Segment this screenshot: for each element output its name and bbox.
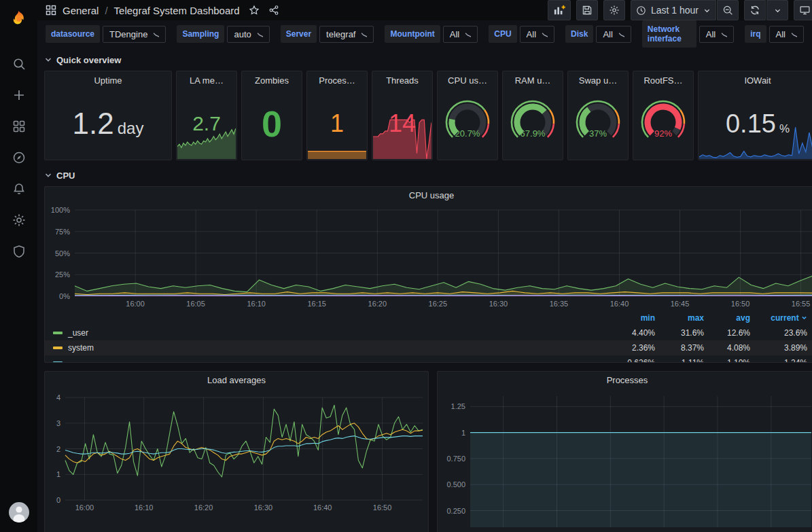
svg-text:16:00: 16:00 [126, 300, 145, 308]
legend-sort-max[interactable]: max [655, 313, 704, 323]
panel-title[interactable]: CPU usage [45, 187, 812, 205]
legend-sort-min[interactable]: min [606, 313, 655, 323]
time-range-picker[interactable]: Last 1 hour [631, 0, 716, 20]
alerting-bell-icon[interactable] [12, 181, 27, 196]
svg-text:16:30: 16:30 [489, 300, 508, 308]
stat-panel-zombies: Zombies0 [241, 71, 302, 160]
svg-text:1: 1 [461, 429, 465, 437]
legend-value-min: 0.626% [606, 358, 655, 363]
panel-title[interactable]: Processes [438, 372, 812, 389]
stat-panel-title[interactable]: CPU us… [438, 71, 497, 88]
variable-label-sampling[interactable]: Sampling [177, 25, 224, 43]
search-icon[interactable] [12, 56, 27, 71]
dashboard-settings-button[interactable] [603, 0, 625, 20]
stat-panel-title[interactable]: Proces… [307, 71, 367, 88]
stat-body: 14 [372, 88, 432, 160]
legend-header-row: minmaxavgcurrent [45, 311, 812, 325]
legend-color-swatch [53, 361, 63, 363]
time-controls: Last 1 hour [631, 0, 739, 20]
legend-value-avg: 12.6% [704, 328, 750, 338]
configuration-gear-icon[interactable] [12, 213, 27, 228]
stat-panel-title[interactable]: RootFS… [633, 71, 693, 88]
variable-label-datasource[interactable]: datasource [46, 25, 100, 43]
stat-body: 1 [307, 88, 367, 160]
variable-value-disk[interactable]: All [596, 26, 631, 43]
legend-sort-current[interactable]: current [750, 313, 807, 323]
cycle-view-mode-button[interactable] [794, 0, 812, 20]
variable-value-sampling[interactable]: auto [227, 26, 269, 43]
variable-value-cpu[interactable]: All [520, 26, 554, 43]
stat-body: 92% [633, 88, 693, 160]
stat-body: 67.9% [503, 88, 563, 160]
cpu-usage-chart[interactable]: 0%25%50%75%100%16:0016:0516:1016:1516:20… [45, 205, 812, 311]
variable-value-mountpoint[interactable]: All [443, 26, 478, 43]
stat-panel-cpu-us: CPU us…20.7% [437, 71, 498, 160]
gauge-ram-u: 67.9% [506, 100, 560, 147]
zoom-out-time-button[interactable] [717, 0, 739, 20]
legend-sort-avg[interactable]: avg [704, 313, 750, 323]
stat-value: 14 [389, 109, 416, 138]
stat-panel-title[interactable]: Zombies [242, 71, 302, 88]
stat-panel-title[interactable]: RAM u… [503, 71, 563, 88]
legend-color-swatch [53, 332, 63, 334]
save-dashboard-button[interactable] [576, 0, 598, 20]
processes-chart[interactable]: 0.2500.5000.75011.25 [438, 389, 812, 529]
variable-disk: DiskAll [565, 25, 631, 43]
legend-series-toggle[interactable] [53, 361, 606, 363]
variable-label-cpu[interactable]: CPU [489, 25, 516, 43]
variable-label-server[interactable]: Server [281, 25, 317, 43]
svg-text:16:30: 16:30 [254, 503, 273, 512]
clock-icon [636, 5, 646, 16]
row-header-quick-overview[interactable]: Quick overview [44, 52, 812, 68]
explore-compass-icon[interactable] [12, 150, 27, 165]
variable-value-irq[interactable]: All [769, 26, 804, 43]
stat-panel-title[interactable]: LA me… [177, 71, 236, 88]
user-avatar[interactable] [9, 502, 29, 522]
panel-processes: Processes 0.2500.5000.75011.25 [437, 371, 812, 532]
sidebar [0, 0, 37, 532]
variable-label-disk[interactable]: Disk [565, 25, 593, 43]
svg-text:0.750: 0.750 [446, 455, 465, 463]
svg-text:16:00: 16:00 [75, 503, 94, 512]
breadcrumb-separator: / [105, 5, 107, 16]
admin-shield-icon[interactable] [12, 244, 27, 259]
stat-value: 0 [262, 103, 282, 145]
dashboards-icon[interactable] [12, 119, 27, 134]
svg-text:100%: 100% [51, 206, 70, 214]
refresh-button[interactable] [744, 0, 766, 20]
svg-text:16:40: 16:40 [610, 300, 629, 308]
variable-label-mountpoint[interactable]: Mountpoint [385, 25, 440, 43]
row-header-cpu[interactable]: CPU [44, 167, 812, 183]
variable-value-server[interactable]: telegraf [319, 26, 374, 43]
dashboard-title[interactable]: Telegraf System Dashboard [114, 5, 240, 16]
share-icon[interactable] [268, 5, 279, 16]
stat-body: 20.7% [438, 88, 497, 160]
svg-text:20.7%: 20.7% [455, 128, 480, 139]
stat-panel-title[interactable]: Threads [372, 71, 432, 88]
variable-label-irq[interactable]: irq [745, 25, 766, 43]
svg-text:25%: 25% [55, 270, 70, 279]
legend-row-clipped: 0.626%1.11%1.10%1.24% [45, 355, 812, 363]
panel-title[interactable]: Load averages [45, 372, 428, 389]
breadcrumb-section[interactable]: General [63, 5, 99, 16]
svg-text:50%: 50% [55, 249, 70, 258]
refresh-interval-dropdown[interactable] [766, 0, 788, 20]
variable-value-datasource[interactable]: TDengine [103, 26, 166, 43]
legend-series-toggle[interactable]: system [53, 343, 606, 353]
create-plus-icon[interactable] [12, 88, 27, 103]
stat-panel-title[interactable]: Uptime [45, 71, 171, 88]
stat-panel-title[interactable]: Swap u… [568, 71, 628, 88]
stat-value: 2.7 [192, 112, 221, 135]
variable-value-network-interface[interactable]: All [699, 26, 734, 43]
load-averages-chart[interactable]: 0123416:0016:1016:2016:3016:4016:50 [45, 389, 428, 514]
grafana-logo-icon[interactable] [0, 0, 37, 37]
add-panel-button[interactable] [548, 0, 571, 20]
legend-series-toggle[interactable]: _user [53, 328, 606, 338]
variable-label-network-interface[interactable]: Network interface [642, 20, 696, 48]
stat-panel-title[interactable]: IOWait [699, 71, 812, 88]
star-icon[interactable] [249, 5, 260, 16]
chevron-down-icon [774, 7, 781, 14]
svg-text:16:55: 16:55 [792, 300, 811, 308]
refresh-controls [744, 0, 788, 20]
legend-value-current: 3.89% [750, 343, 807, 353]
